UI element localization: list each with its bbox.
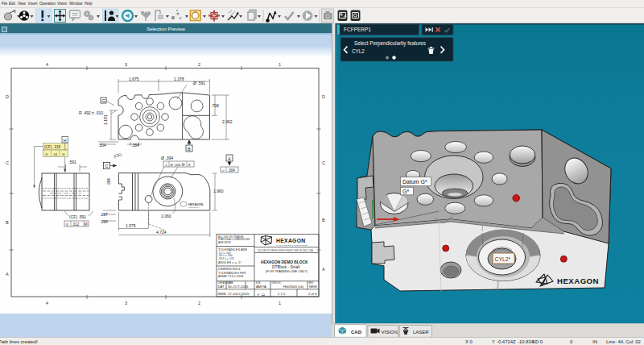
svg-text:.504: .504	[98, 143, 106, 148]
svg-text:3: 3	[125, 301, 127, 306]
svg-text:SIZE: SIZE	[256, 281, 261, 285]
svg-text:B: B	[188, 147, 191, 152]
svg-text:METROLOGY: METROLOGY	[188, 206, 200, 208]
svg-text:.01: .01	[53, 152, 59, 156]
svg-text:Ø .591: Ø .591	[193, 81, 205, 85]
svg-text:D: D	[322, 94, 325, 99]
svg-text:HEXAGON: HEXAGON	[276, 238, 305, 243]
svg-text:DAT: DAT	[218, 285, 225, 289]
svg-text:▱: ▱	[222, 168, 225, 172]
svg-text:DATE: DATE	[228, 281, 233, 285]
svg-text:.394: .394	[100, 219, 108, 224]
svg-text:◐ ▭: ◐ ▭	[258, 292, 265, 297]
svg-text:2.362: 2.362	[222, 119, 233, 124]
svg-text:C: C	[322, 160, 325, 165]
svg-text:1 1 0: 1 1 0	[278, 292, 286, 296]
svg-text:C: C	[6, 160, 9, 165]
svg-text:LASER: LASER	[413, 330, 429, 335]
svg-text:2 of 6: 2 of 6	[308, 292, 317, 296]
svg-text:⊙: ⊙	[66, 222, 69, 227]
svg-text:R .492 ± .010: R .492 ± .010	[79, 110, 103, 115]
svg-text:250 CIRCUIT DRIVE NORTH KINGST: 250 CIRCUIT DRIVE NORTH KINGSTOWN, RI 02…	[258, 249, 313, 252]
svg-text:A: A	[228, 156, 231, 161]
svg-text:1: 1	[279, 62, 281, 67]
svg-text:NEW: NEW	[309, 285, 317, 289]
svg-text:1: 1	[279, 301, 281, 306]
svg-text:M: M	[85, 222, 88, 227]
svg-text:H: H	[64, 138, 67, 143]
svg-text:.384: .384	[131, 143, 139, 148]
svg-text:CAD: CAD	[351, 330, 362, 335]
svg-text:1.378: 1.378	[174, 77, 184, 81]
svg-text:2: 2	[198, 62, 200, 67]
svg-text:CYL2: CYL2	[352, 48, 365, 54]
svg-text:4: 4	[46, 62, 48, 67]
svg-text:E: E	[188, 163, 191, 167]
svg-text:.197: .197	[100, 212, 108, 217]
svg-text:REV: REV	[309, 281, 314, 285]
svg-text:.984: .984	[107, 178, 111, 185]
svg-text:.004: .004	[228, 168, 235, 172]
svg-text:Select Perpendicularity featur: Select Perpendicularity features	[354, 40, 426, 47]
svg-text:.591: .591	[68, 160, 76, 164]
svg-text:⊙: ⊙	[45, 152, 48, 156]
svg-text:4: 4	[46, 301, 48, 306]
svg-text:FCFPERP1: FCFPERP1	[344, 27, 371, 32]
svg-text:1.181: 1.181	[103, 114, 108, 125]
svg-text:⊥: ⊥	[165, 162, 168, 167]
svg-text:AMIYA: AMIYA	[256, 285, 266, 289]
svg-text:VISION: VISION	[382, 330, 398, 335]
svg-text:CYL2*: CYL2*	[495, 256, 511, 262]
svg-text:DRW NO: DRW NO	[272, 281, 282, 285]
svg-text:Datum G*: Datum G*	[402, 179, 427, 185]
svg-text:1.060: 1.060	[161, 214, 171, 218]
svg-text:DIMENSIONS &: DIMENSIONS &	[218, 268, 241, 271]
svg-text:ANGLES ± = .5°: ANGLES ± = .5°	[218, 260, 242, 264]
svg-text:B: B	[6, 220, 9, 225]
svg-text:ARE WITH: ARE WITH	[218, 241, 231, 244]
svg-text:ASME Y14.5-2009: ASME Y14.5-2009	[218, 275, 243, 278]
svg-text:2: 2	[198, 301, 200, 306]
svg-text:A: A	[322, 267, 325, 272]
svg-text:3: 3	[125, 62, 127, 67]
svg-text:1.675: 1.675	[129, 77, 139, 81]
svg-text:H003540 (sk): H003540 (sk)	[283, 285, 304, 289]
svg-text:1.575: 1.575	[126, 223, 136, 228]
svg-text:D: D	[6, 94, 9, 99]
svg-text:.012: .012	[72, 222, 80, 227]
svg-text:MANUFACTURING INTELLIGENCE: MANUFACTURING INTELLIGENCE	[276, 244, 308, 247]
svg-text:1.960: 1.960	[213, 189, 224, 193]
svg-text:30-OCT-2016: 30-OCT-2016	[228, 285, 249, 289]
svg-text:Ø .394: Ø .394	[161, 156, 173, 160]
svg-text:TOLERANCES PER: TOLERANCES PER	[218, 272, 246, 275]
svg-text:.708: .708	[211, 103, 219, 108]
svg-text:B: B	[322, 218, 325, 222]
svg-text:(CF) .591: (CF) .591	[69, 214, 86, 219]
svg-text:Ø .006 Ⓜ: Ø .006 Ⓜ	[171, 163, 186, 167]
svg-text:17-JULY-2015: 17-JULY-2015	[228, 292, 250, 296]
svg-text:(CF) .315: (CF) .315	[44, 145, 61, 149]
svg-text:A: A	[6, 272, 9, 276]
svg-text:(FOR TRAINING USE ONLY): (FOR TRAINING USE ONLY)	[266, 269, 308, 273]
svg-text:4.724: 4.724	[156, 230, 167, 235]
svg-text:C: C	[105, 164, 109, 168]
svg-text:G*: G*	[402, 189, 409, 194]
svg-text:HEXAGON: HEXAGON	[557, 276, 599, 285]
svg-text:(CF): (CF)	[113, 152, 122, 158]
svg-text:NWN: NWN	[218, 292, 226, 296]
svg-text:G: G	[102, 98, 105, 103]
svg-text:HEXAGON DEMO BLOCK: HEXAGON DEMO BLOCK	[261, 260, 308, 264]
